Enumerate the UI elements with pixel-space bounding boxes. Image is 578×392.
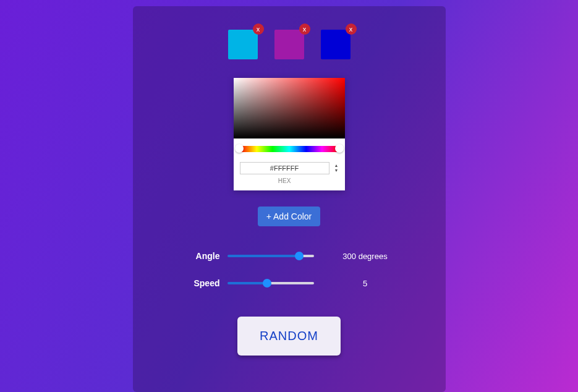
angle-row: Angle 300 degrees <box>184 251 394 261</box>
speed-label: Speed <box>184 278 220 288</box>
angle-value: 300 degrees <box>336 252 394 261</box>
close-icon[interactable]: x <box>299 23 310 35</box>
saturation-area[interactable] <box>234 78 345 138</box>
speed-row: Speed 5 <box>184 278 394 288</box>
add-color-button[interactable]: + Add Color <box>258 207 321 226</box>
slider-thumb-icon[interactable] <box>295 252 304 260</box>
color-picker: HEX ▲▼ <box>234 78 345 190</box>
color-swatch[interactable]: x <box>274 30 304 59</box>
mode-toggle-icon[interactable]: ▲▼ <box>334 162 339 173</box>
gradient-config-panel: x x x HEX ▲▼ <box>133 6 446 392</box>
color-swatch[interactable]: x <box>321 30 351 59</box>
angle-slider[interactable] <box>227 255 314 257</box>
random-button[interactable]: RANDOM <box>237 317 341 356</box>
color-swatch[interactable]: x <box>228 30 258 59</box>
hue-slider[interactable] <box>240 146 339 152</box>
angle-label: Angle <box>184 251 220 261</box>
close-icon[interactable]: x <box>253 23 264 35</box>
slider-thumb-icon[interactable] <box>263 279 271 288</box>
speed-value: 5 <box>336 279 394 288</box>
slider-group: Angle 300 degrees Speed 5 <box>151 251 427 288</box>
close-icon[interactable]: x <box>346 23 357 35</box>
hex-label: HEX <box>278 177 291 184</box>
swatch-row: x x x <box>228 30 351 59</box>
hue-pointer-icon[interactable] <box>235 144 244 153</box>
alpha-pointer-icon[interactable] <box>335 144 344 153</box>
speed-slider[interactable] <box>227 282 314 284</box>
hex-input[interactable] <box>240 162 329 174</box>
